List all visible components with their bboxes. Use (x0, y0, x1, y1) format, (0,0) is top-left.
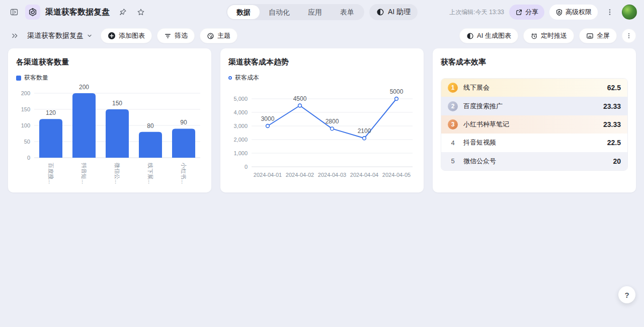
rank-row-4: 4抖音短视频22.5 (441, 134, 627, 152)
rank-name: 线下展会 (463, 83, 607, 92)
help-label: ? (624, 291, 629, 299)
legend-square-swatch (16, 76, 21, 81)
favorite-star-button[interactable] (134, 5, 148, 19)
data-point-3[interactable] (363, 137, 366, 140)
svg-text:4500: 4500 (293, 95, 307, 102)
share-icon (515, 9, 523, 16)
scheduled-push-button[interactable]: 定时推送 (523, 28, 574, 43)
svg-text:2024-04-04: 2024-04-04 (350, 172, 378, 178)
ai-assistant-button[interactable]: AI 助理 (369, 4, 418, 20)
help-button[interactable]: ? (618, 286, 635, 303)
rank-value: 23.33 (603, 120, 621, 128)
advanced-permission-button[interactable]: 高级权限 (549, 5, 598, 20)
rank-name: 抖音短视频 (463, 138, 607, 147)
line-chart-canvas: 01,0002,0003,0004,0005,00030002024-04-01… (228, 82, 416, 182)
rank-row-2: 2百度搜索推广23.33 (441, 97, 627, 115)
plus-circle-icon (108, 32, 116, 40)
bar-chart-canvas: 050100150200120百度搜...200抖音短...150微信公...8… (16, 82, 203, 188)
svg-text:百度搜...: 百度搜... (48, 163, 54, 184)
share-button[interactable]: 分享 (509, 5, 544, 20)
svg-text:2800: 2800 (326, 118, 339, 125)
svg-text:5,000: 5,000 (233, 96, 248, 102)
bar-1[interactable] (72, 93, 96, 158)
line-chart-title: 渠道获客成本趋势 (228, 57, 416, 67)
svg-text:0: 0 (245, 164, 248, 170)
bar-0[interactable] (39, 119, 62, 158)
top-bar-left: 渠道获客数据复盘 (7, 5, 148, 20)
theme-button[interactable]: 主题 (200, 28, 237, 43)
more-vertical-icon (625, 32, 632, 39)
svg-text:2024-04-05: 2024-04-05 (382, 172, 411, 178)
ai-generate-chart-label: AI 生成图表 (477, 31, 511, 40)
bar-4[interactable] (172, 128, 195, 158)
advanced-permission-label: 高级权限 (566, 8, 592, 17)
bar-2[interactable] (106, 109, 129, 158)
rank-row-3: 3小红书种草笔记23.33 (441, 115, 627, 134)
data-point-2[interactable] (331, 127, 334, 130)
dashboard-toolbar: 渠道获客数据复盘 添加图表 筛选 主题 (0, 28, 644, 43)
tab-2[interactable]: 应用 (299, 5, 331, 19)
rank-name: 百度搜索推广 (463, 102, 603, 111)
svg-text:1,000: 1,000 (233, 150, 248, 156)
tab-3[interactable]: 表单 (331, 5, 363, 19)
data-point-1[interactable] (298, 104, 302, 107)
filter-label: 筛选 (175, 31, 188, 40)
dashboard-board: 各渠道获客数量 获客数量 050100150200120百度搜...200抖音短… (0, 48, 644, 192)
svg-text:2024-04-03: 2024-04-03 (318, 172, 346, 178)
card-rank-table: 获客成本效率 1线下展会62.52百度搜索推广23.333小红书种草笔记23.3… (433, 48, 636, 192)
chevron-down-icon (87, 33, 93, 39)
legend-ring-swatch (228, 76, 232, 80)
palette-icon (207, 32, 214, 40)
bar-chart-legend-label: 获客数量 (24, 74, 48, 82)
rank-badge: 2 (448, 101, 458, 111)
svg-text:200: 200 (21, 90, 30, 96)
svg-text:2,000: 2,000 (233, 137, 248, 143)
app-logo[interactable] (25, 5, 40, 20)
svg-text:4,000: 4,000 (233, 109, 248, 115)
tab-1[interactable]: 自动化 (260, 5, 299, 19)
user-avatar[interactable] (622, 5, 637, 20)
fullscreen-button[interactable]: 全屏 (579, 28, 617, 43)
view-tabs: 数据自动化应用表单 (226, 4, 364, 20)
line-chart-legend[interactable]: 获客成本 (228, 74, 259, 82)
svg-text:2100: 2100 (358, 127, 371, 135)
add-chart-label: 添加图表 (119, 31, 145, 40)
expand-panel-button[interactable] (8, 29, 22, 43)
svg-text:2024-04-01: 2024-04-01 (254, 172, 282, 178)
rank-number: 4 (448, 139, 458, 147)
tab-0[interactable]: 数据 (227, 5, 260, 19)
data-point-4[interactable] (395, 97, 398, 101)
theme-label: 主题 (217, 31, 230, 40)
double-chevron-right-icon (11, 32, 19, 40)
sidebar-toggle-button[interactable] (7, 5, 21, 19)
bar-3[interactable] (139, 132, 162, 158)
svg-text:3000: 3000 (261, 115, 275, 122)
share-label: 分享 (525, 8, 538, 17)
filter-button[interactable]: 筛选 (157, 28, 195, 43)
dashboard-selector[interactable]: 渠道获客数据复盘 (27, 31, 93, 40)
toolbar-right: AI 生成图表 定时推送 全屏 (459, 28, 636, 43)
data-point-0[interactable] (266, 124, 270, 128)
rank-row-5: 5微信公众号20 (441, 152, 627, 170)
top-bar: 渠道获客数据复盘 数据自动化应用表单 AI 助理 上次编辑:今天 13:33 (0, 0, 644, 24)
add-chart-button[interactable]: 添加图表 (101, 28, 152, 43)
bar-chart-legend[interactable]: 获客数量 (16, 74, 48, 82)
card-line-chart: 渠道获客成本趋势 获客成本 01,0002,0003,0004,0005,000… (220, 48, 424, 192)
ai-generate-chart-button[interactable]: AI 生成图表 (459, 28, 518, 43)
pin-icon (119, 8, 127, 16)
ai-generate-icon (466, 32, 474, 40)
svg-text:2024-04-02: 2024-04-02 (286, 172, 314, 178)
rank-value: 23.33 (603, 102, 621, 110)
toolbar-more-button[interactable] (622, 29, 636, 43)
svg-text:200: 200 (79, 84, 89, 91)
filter-icon (164, 32, 172, 40)
dashboard-name: 渠道获客数据复盘 (27, 31, 84, 40)
ai-assistant-label: AI 助理 (388, 8, 411, 17)
toolbar-left: 渠道获客数据复盘 添加图表 筛选 主题 (8, 28, 237, 43)
star-icon (137, 8, 145, 16)
pin-button[interactable] (116, 5, 130, 19)
base-logo-icon (28, 8, 37, 17)
svg-text:50: 50 (24, 139, 30, 145)
more-menu-button[interactable] (603, 5, 617, 19)
top-bar-right: 上次编辑:今天 13:33 分享 高级权限 (449, 5, 637, 20)
